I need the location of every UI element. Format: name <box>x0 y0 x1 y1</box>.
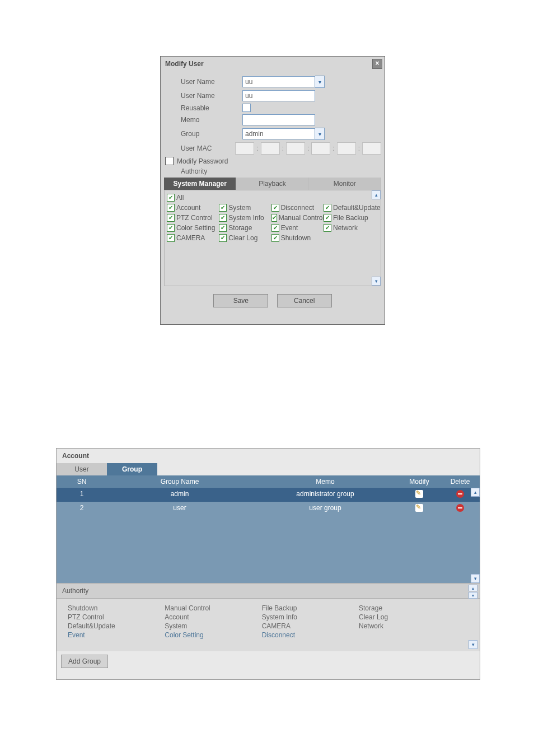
scroll-down-icon[interactable]: ▾ <box>372 277 381 286</box>
user-name-input[interactable] <box>242 90 315 101</box>
col-memo: Memo <box>252 475 398 488</box>
panel-title: Account <box>57 449 480 463</box>
dialog-titlebar: Modify User × <box>161 57 385 71</box>
scroll-up-icon[interactable]: ▴ <box>469 585 477 591</box>
check-color[interactable]: ✔Color Setting <box>167 224 217 232</box>
check-shutdown[interactable]: ✔Shutdown <box>271 234 322 242</box>
label-memo: Memo <box>164 116 242 124</box>
cell-sn: 1 <box>57 488 107 502</box>
mac-sep: : <box>280 144 286 152</box>
mac-sep: : <box>254 144 260 152</box>
check-default-update[interactable]: ✔Default&Update <box>324 204 381 212</box>
label-authority: Authority <box>164 167 242 175</box>
chevron-down-icon[interactable]: ▾ <box>315 76 325 88</box>
table-row[interactable]: 1 admin administrator group <box>57 488 480 502</box>
group-select[interactable] <box>242 128 315 139</box>
auth-item: Disconnect <box>262 631 357 639</box>
check-file-backup[interactable]: ✔File Backup <box>324 214 381 222</box>
col-sn: SN <box>57 475 107 488</box>
mac-octet-2[interactable] <box>261 142 280 155</box>
scroll-up-icon[interactable]: ▴ <box>372 190 381 199</box>
auth-item: Default&Update <box>68 622 163 630</box>
check-manual-control[interactable]: ✔Manual Control <box>271 214 322 222</box>
authority-checklist: ▴ ▾ ✔All ✔Account ✔System ✔Disconnect ✔D… <box>164 190 381 286</box>
cell-memo: user group <box>252 502 398 516</box>
check-account[interactable]: ✔Account <box>167 204 217 212</box>
auth-item: File Backup <box>262 604 357 612</box>
check-all[interactable]: ✔All <box>167 194 217 202</box>
modify-password-checkbox[interactable] <box>165 157 174 165</box>
check-ptz[interactable]: ✔PTZ Control <box>167 214 217 222</box>
scroll-down-icon[interactable]: ▾ <box>469 592 477 599</box>
dialog-title: Modify User <box>165 60 204 68</box>
check-event[interactable]: ✔Event <box>271 224 322 232</box>
cell-name: user <box>107 502 252 516</box>
label-user-mac: User MAC <box>164 144 235 152</box>
scroll-down-icon[interactable]: ▾ <box>471 574 480 583</box>
mac-sep: : <box>330 144 336 152</box>
account-panel: Account User Group SN Group Name Memo Mo… <box>56 448 480 680</box>
tab-playback[interactable]: Playback <box>236 178 308 190</box>
check-disconnect[interactable]: ✔Disconnect <box>271 204 322 212</box>
pencil-icon[interactable] <box>415 504 423 512</box>
label-modify-password: Modify Password <box>174 157 228 165</box>
save-button[interactable]: Save <box>213 294 268 307</box>
mac-octet-1[interactable] <box>235 142 254 155</box>
check-storage[interactable]: ✔Storage <box>219 224 269 232</box>
close-icon[interactable]: × <box>372 59 382 69</box>
auth-item: CAMERA <box>262 622 357 630</box>
authority-list: Shutdown PTZ Control Default&Update Even… <box>57 599 480 651</box>
auth-item: Storage <box>359 604 454 612</box>
auth-item: Event <box>68 631 163 639</box>
add-group-button[interactable]: Add Group <box>61 655 108 668</box>
authority-tabs: System Manager Playback Monitor <box>164 178 381 190</box>
check-camera[interactable]: ✔CAMERA <box>167 234 217 242</box>
group-table-header: SN Group Name Memo Modify Delete <box>57 475 480 488</box>
check-system[interactable]: ✔System <box>219 204 269 212</box>
account-tabs: User Group <box>57 463 480 475</box>
col-group-name: Group Name <box>107 475 252 488</box>
reusable-checkbox[interactable] <box>242 104 251 112</box>
auth-item: PTZ Control <box>68 613 163 621</box>
memo-input[interactable] <box>242 114 315 125</box>
scroll-up-icon[interactable]: ▴ <box>471 488 480 497</box>
user-name-select[interactable] <box>242 76 315 87</box>
tab-user[interactable]: User <box>57 463 107 475</box>
mac-sep: : <box>305 144 311 152</box>
auth-item: Shutdown <box>68 604 163 612</box>
auth-item: System Info <box>262 613 357 621</box>
check-network[interactable]: ✔Network <box>324 224 381 232</box>
mac-octet-4[interactable] <box>311 142 330 155</box>
cell-sn: 2 <box>57 502 107 516</box>
tab-group[interactable]: Group <box>107 463 157 475</box>
mac-octet-3[interactable] <box>286 142 305 155</box>
auth-item: Network <box>359 622 454 630</box>
label-user-name-1: User Name <box>164 78 242 86</box>
auth-item: Color Setting <box>165 631 260 639</box>
tab-system-manager[interactable]: System Manager <box>164 178 236 190</box>
pencil-icon[interactable] <box>415 490 423 498</box>
group-table-body: ▴ ▾ 1 admin administrator group 2 user u… <box>57 488 480 583</box>
col-modify: Modify <box>398 475 441 488</box>
label-group: Group <box>164 130 242 138</box>
label-reusable: Reusable <box>164 104 242 112</box>
dialog-body: User Name ▾ User Name Reusable Memo Grou… <box>161 71 385 324</box>
cancel-button[interactable]: Cancel <box>277 294 332 307</box>
chevron-down-icon[interactable]: ▾ <box>315 128 325 140</box>
scroll-down-icon[interactable]: ▾ <box>469 640 477 649</box>
delete-icon[interactable] <box>456 504 464 512</box>
check-clear-log[interactable]: ✔Clear Log <box>219 234 269 242</box>
auth-item: Manual Control <box>165 604 260 612</box>
label-user-name-2: User Name <box>164 92 242 100</box>
auth-item: Clear Log <box>359 613 454 621</box>
cell-name: admin <box>107 488 252 502</box>
check-system-info[interactable]: ✔System Info <box>219 214 269 222</box>
table-row[interactable]: 2 user user group <box>57 502 480 516</box>
delete-icon[interactable] <box>456 490 464 498</box>
mac-octet-6[interactable] <box>362 142 381 155</box>
auth-item: System <box>165 622 260 630</box>
cell-memo: administrator group <box>252 488 398 502</box>
mac-sep: : <box>356 144 362 152</box>
tab-monitor[interactable]: Monitor <box>309 178 381 190</box>
mac-octet-5[interactable] <box>337 142 356 155</box>
